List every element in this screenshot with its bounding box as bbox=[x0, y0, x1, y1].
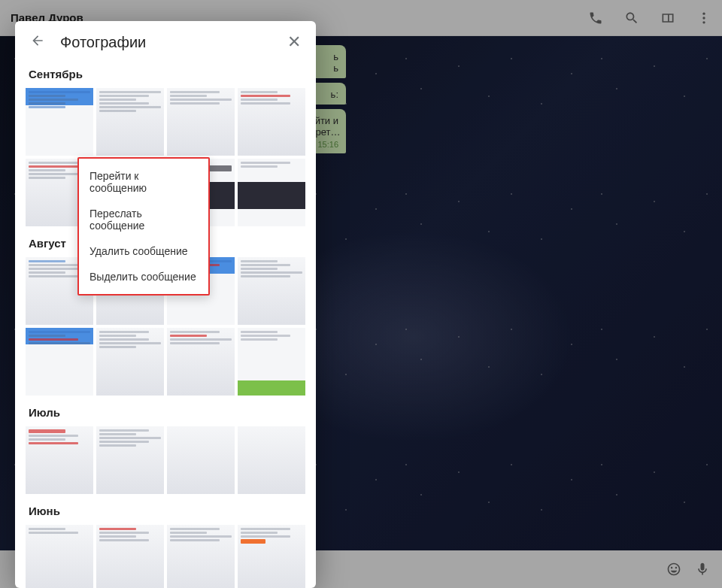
back-icon[interactable] bbox=[30, 33, 45, 51]
photo-thumb[interactable] bbox=[167, 426, 235, 494]
section-label: Июль bbox=[29, 406, 302, 419]
photo-thumb[interactable] bbox=[26, 328, 93, 396]
photo-thumb[interactable] bbox=[26, 525, 93, 588]
close-icon[interactable]: ✕ bbox=[287, 34, 301, 50]
photo-thumb[interactable] bbox=[96, 328, 164, 396]
photo-thumb[interactable] bbox=[238, 328, 305, 396]
photo-thumb[interactable] bbox=[238, 159, 305, 226]
photo-thumb[interactable] bbox=[167, 525, 235, 588]
photo-thumb[interactable] bbox=[96, 426, 164, 494]
ctx-forward-message[interactable]: Переслать сообщение bbox=[79, 201, 208, 238]
thumbnail-grid bbox=[26, 426, 305, 494]
photo-thumb[interactable] bbox=[26, 426, 93, 494]
photo-thumb[interactable] bbox=[167, 88, 235, 156]
ctx-select-message[interactable]: Выделить сообщение bbox=[79, 264, 208, 289]
section-label: Сентябрь bbox=[29, 68, 302, 80]
photo-thumb[interactable] bbox=[238, 426, 305, 494]
panel-header: Фотографии ✕ bbox=[15, 21, 316, 63]
photo-thumb[interactable] bbox=[96, 88, 164, 156]
panel-body[interactable]: Сентябрь Август Июль bbox=[15, 63, 316, 588]
photo-thumb[interactable] bbox=[238, 88, 305, 156]
photo-thumb[interactable] bbox=[167, 328, 235, 396]
photo-thumb[interactable] bbox=[238, 257, 305, 325]
ctx-goto-message[interactable]: Перейти к сообщению bbox=[79, 163, 208, 201]
photo-thumb[interactable] bbox=[238, 525, 305, 588]
thumbnail-grid bbox=[26, 525, 305, 588]
photo-thumb[interactable] bbox=[96, 525, 164, 588]
panel-title: Фотографии bbox=[60, 34, 146, 51]
ctx-delete-message[interactable]: Удалить сообщение bbox=[79, 238, 208, 264]
section-label: Июнь bbox=[29, 505, 302, 517]
context-menu: Перейти к сообщению Переслать сообщение … bbox=[77, 157, 210, 296]
photos-panel: Фотографии ✕ Сентябрь Август Ию bbox=[15, 21, 316, 588]
photo-thumb[interactable] bbox=[26, 88, 93, 156]
